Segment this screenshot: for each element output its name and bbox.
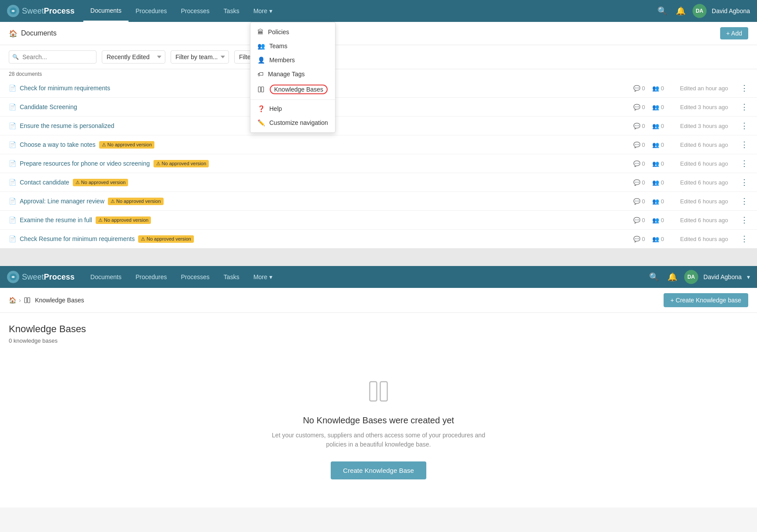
doc-comments: 💬 0 [633, 217, 645, 223]
doc-icon: 📄 [9, 216, 16, 223]
doc-icon: 📄 [9, 235, 16, 242]
dropdown-manage-tags[interactable]: 🏷 Manage Tags [250, 67, 335, 81]
table-row: 📄 Ensure the resume is personalized 💬 0 … [0, 117, 757, 135]
bottom-nav-right: 🔍 🔔 DA David Agbona ▾ [647, 270, 750, 284]
members-icon: 👥 [652, 236, 659, 242]
doc-more-btn[interactable]: ⋮ [740, 215, 748, 225]
doc-name[interactable]: Check Resume for minimum requirements ⚠ … [20, 235, 633, 243]
table-row: 📄 Contact candidate ⚠ No approved versio… [0, 173, 757, 192]
add-button[interactable]: + Add [720, 27, 748, 39]
kb-breadcrumb-icon [24, 297, 31, 304]
members-icon: 👥 [652, 160, 659, 167]
kb-content: Knowledge Bases 0 knowledge bases No Kno… [0, 313, 757, 507]
dropdown-knowledge-bases[interactable]: Knowledge Bases [250, 81, 335, 98]
doc-name[interactable]: Prepare resources for phone or video scr… [20, 160, 633, 167]
filter-team-select[interactable]: Filter by team... [171, 50, 229, 64]
warning-badge: ⚠ No approved version [99, 141, 155, 149]
comment-icon: 💬 [633, 85, 640, 92]
search-input[interactable] [9, 50, 96, 64]
doc-members: 👥 0 [652, 179, 664, 186]
doc-name[interactable]: Approval: Line manager review ⚠ No appro… [20, 198, 633, 205]
doc-more-btn[interactable]: ⋮ [740, 102, 748, 112]
recently-edited-select[interactable]: Recently Edited Alphabetical Recently Cr… [102, 50, 165, 64]
table-row: 📄 Choose a way to take notes ⚠ No approv… [0, 135, 757, 154]
user-dropdown-icon: ▾ [747, 273, 750, 280]
empty-state-icon [366, 379, 391, 408]
breadcrumb-home[interactable]: 🏠 [9, 297, 16, 304]
dropdown-teams[interactable]: 👥 Teams [250, 39, 335, 53]
customize-icon: ✏️ [257, 119, 265, 126]
chevron-down-icon-bottom: ▾ [269, 273, 272, 280]
doc-name[interactable]: Examine the resume in full ⚠ No approved… [20, 216, 633, 224]
members-icon: 👥 [652, 104, 659, 110]
logo-icon [7, 5, 19, 17]
help-icon: ❓ [257, 105, 265, 112]
doc-more-btn[interactable]: ⋮ [740, 196, 748, 206]
empty-description: Let your customers, suppliers and others… [269, 431, 488, 449]
brand-logo[interactable]: SweetProcess [7, 5, 75, 17]
doc-icon: 📄 [9, 122, 16, 129]
comment-icon: 💬 [633, 236, 640, 242]
doc-members: 👥 0 [652, 142, 664, 148]
doc-name[interactable]: Contact candidate ⚠ No approved version [20, 179, 633, 186]
members-icon: 👥 [652, 198, 659, 205]
nav-procedures[interactable]: Procedures [129, 0, 174, 22]
nav-processes[interactable]: Processes [174, 0, 217, 22]
filters-row: Recently Edited Alphabetical Recently Cr… [0, 45, 757, 69]
doc-more-btn[interactable]: ⋮ [740, 234, 748, 244]
kb-count: 0 knowledge bases [9, 337, 748, 344]
bottom-nav-tasks[interactable]: Tasks [217, 266, 246, 288]
doc-comments: 💬 0 [633, 142, 645, 148]
nav-more[interactable]: More ▾ [246, 0, 279, 22]
members-icon: 👤 [257, 57, 265, 64]
section-divider [0, 248, 757, 266]
comment-icon: 💬 [633, 217, 640, 223]
dropdown-customize[interactable]: ✏️ Customize navigation [250, 116, 335, 130]
doc-icon: 📄 [9, 198, 16, 205]
bottom-nav-more[interactable]: More ▾ [246, 266, 279, 288]
doc-meta: 💬 0 👥 0 Edited 6 hours ago ⋮ [633, 234, 748, 244]
doc-more-btn[interactable]: ⋮ [740, 140, 748, 149]
warning-icon: ⚠ [156, 161, 161, 167]
dropdown-policies[interactable]: 🏛 Policies [250, 25, 335, 39]
table-row: 📄 Candidate Screening 💬 0 👥 0 Edited 3 h… [0, 98, 757, 117]
bottom-nav-processes[interactable]: Processes [174, 266, 217, 288]
logo-icon-bottom [7, 271, 19, 283]
tags-icon: 🏷 [257, 71, 264, 78]
comment-icon: 💬 [633, 179, 640, 186]
bottom-search-icon-btn[interactable]: 🔍 [647, 270, 661, 284]
svg-rect-6 [370, 382, 377, 401]
notification-icon-btn[interactable]: 🔔 [674, 4, 687, 18]
nav-documents[interactable]: Documents [83, 0, 129, 22]
create-knowledge-base-large-button[interactable]: Create Knowledge Base [331, 461, 426, 479]
doc-more-btn[interactable]: ⋮ [740, 159, 748, 168]
bottom-notification-icon-btn[interactable]: 🔔 [666, 270, 679, 284]
doc-members: 👥 0 [652, 85, 664, 92]
brand-text: SweetProcess [22, 7, 75, 16]
search-icon-btn[interactable]: 🔍 [656, 4, 669, 18]
doc-comments: 💬 0 [633, 179, 645, 186]
empty-title: No Knowledge Bases were created yet [303, 415, 454, 426]
dropdown-help[interactable]: ❓ Help [250, 102, 335, 116]
nav-tasks[interactable]: Tasks [217, 0, 246, 22]
comment-icon: 💬 [633, 160, 640, 167]
doc-members: 👥 0 [652, 160, 664, 167]
doc-name[interactable]: Choose a way to take notes ⚠ No approved… [20, 141, 633, 149]
doc-comments: 💬 0 [633, 104, 645, 110]
doc-more-btn[interactable]: ⋮ [740, 121, 748, 131]
members-icon: 👥 [652, 179, 659, 186]
doc-members: 👥 0 [652, 104, 664, 110]
doc-more-btn[interactable]: ⋮ [740, 83, 748, 93]
table-row: 📄 Check for minimum requirements 💬 0 👥 0… [0, 79, 757, 98]
create-knowledge-base-button[interactable]: + Create Knowledge base [664, 293, 749, 307]
doc-more-btn[interactable]: ⋮ [740, 177, 748, 187]
page-title: 🏠 Documents [9, 29, 57, 38]
knowledge-bases-icon [257, 86, 265, 93]
bottom-navbar: SweetProcess Documents Procedures Proces… [0, 266, 757, 288]
comment-icon: 💬 [633, 198, 640, 205]
brand-logo-bottom[interactable]: SweetProcess [7, 271, 75, 283]
bottom-nav-documents[interactable]: Documents [83, 266, 129, 288]
bottom-nav-procedures[interactable]: Procedures [129, 266, 174, 288]
warning-icon: ⚠ [98, 217, 103, 223]
dropdown-members[interactable]: 👤 Members [250, 53, 335, 67]
